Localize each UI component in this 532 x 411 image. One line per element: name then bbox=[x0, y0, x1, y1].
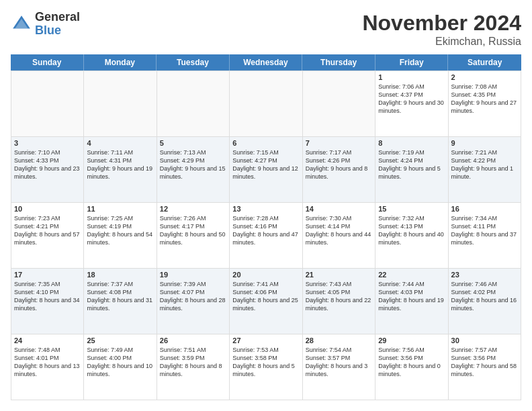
day-info: Sunrise: 7:30 AMSunset: 4:14 PMDaylight:… bbox=[306, 214, 372, 247]
day-cell-19: 19Sunrise: 7:39 AMSunset: 4:07 PMDayligh… bbox=[157, 269, 230, 334]
day-info: Sunrise: 7:17 AMSunset: 4:26 PMDaylight:… bbox=[306, 148, 372, 181]
day-info: Sunrise: 7:37 AMSunset: 4:08 PMDaylight:… bbox=[87, 280, 153, 313]
day-number: 27 bbox=[232, 336, 299, 345]
day-number: 1 bbox=[378, 73, 445, 81]
day-info: Sunrise: 7:41 AMSunset: 4:06 PMDaylight:… bbox=[232, 280, 299, 313]
day-cell-10: 10Sunrise: 7:23 AMSunset: 4:21 PMDayligh… bbox=[11, 203, 84, 269]
day-info: Sunrise: 7:06 AMSunset: 4:37 PMDaylight:… bbox=[378, 83, 445, 116]
day-cell-17: 17Sunrise: 7:35 AMSunset: 4:10 PMDayligh… bbox=[11, 269, 84, 334]
weekday-header-tuesday: Tuesday bbox=[157, 54, 230, 71]
day-cell-25: 25Sunrise: 7:49 AMSunset: 4:00 PMDayligh… bbox=[84, 334, 157, 400]
day-number: 6 bbox=[232, 139, 299, 147]
day-cell-28: 28Sunrise: 7:54 AMSunset: 3:57 PMDayligh… bbox=[303, 334, 375, 400]
logo-blue-text: Blue bbox=[35, 24, 80, 38]
title-block: November 2024 Ekimchan, Russia bbox=[362, 11, 521, 48]
day-number: 29 bbox=[378, 336, 445, 345]
weekday-header-thursday: Thursday bbox=[302, 54, 375, 71]
day-number: 13 bbox=[232, 205, 299, 213]
weekday-header-sunday: Sunday bbox=[11, 54, 84, 71]
day-cell-26: 26Sunrise: 7:51 AMSunset: 3:59 PMDayligh… bbox=[157, 334, 230, 400]
calendar-header: SundayMondayTuesdayWednesdayThursdayFrid… bbox=[11, 54, 521, 71]
day-cell-5: 5Sunrise: 7:13 AMSunset: 4:29 PMDaylight… bbox=[157, 137, 230, 203]
day-number: 2 bbox=[451, 73, 518, 81]
calendar: SundayMondayTuesdayWednesdayThursdayFrid… bbox=[11, 54, 521, 400]
day-number: 14 bbox=[306, 205, 372, 213]
day-cell-15: 15Sunrise: 7:32 AMSunset: 4:13 PMDayligh… bbox=[375, 203, 448, 269]
day-info: Sunrise: 7:25 AMSunset: 4:19 PMDaylight:… bbox=[87, 214, 153, 247]
day-number: 12 bbox=[160, 205, 226, 213]
day-number: 30 bbox=[451, 336, 518, 345]
day-info: Sunrise: 7:51 AMSunset: 3:59 PMDaylight:… bbox=[160, 346, 226, 379]
empty-cell bbox=[157, 71, 230, 137]
day-info: Sunrise: 7:32 AMSunset: 4:13 PMDaylight:… bbox=[378, 214, 445, 247]
day-info: Sunrise: 7:34 AMSunset: 4:11 PMDaylight:… bbox=[451, 214, 518, 247]
weekday-header-wednesday: Wednesday bbox=[230, 54, 303, 71]
day-cell-24: 24Sunrise: 7:48 AMSunset: 4:01 PMDayligh… bbox=[11, 334, 84, 400]
day-info: Sunrise: 7:28 AMSunset: 4:16 PMDaylight:… bbox=[232, 214, 299, 247]
month-title: November 2024 bbox=[362, 11, 521, 36]
day-info: Sunrise: 7:21 AMSunset: 4:22 PMDaylight:… bbox=[451, 148, 518, 181]
day-cell-22: 22Sunrise: 7:44 AMSunset: 4:03 PMDayligh… bbox=[375, 269, 448, 334]
day-cell-14: 14Sunrise: 7:30 AMSunset: 4:14 PMDayligh… bbox=[303, 203, 375, 269]
day-number: 22 bbox=[378, 271, 445, 279]
day-info: Sunrise: 7:46 AMSunset: 4:02 PMDaylight:… bbox=[451, 280, 518, 313]
header: General Blue November 2024 Ekimchan, Rus… bbox=[11, 11, 521, 48]
day-number: 8 bbox=[378, 139, 445, 147]
day-cell-29: 29Sunrise: 7:56 AMSunset: 3:56 PMDayligh… bbox=[375, 334, 448, 400]
day-number: 3 bbox=[14, 139, 81, 147]
day-number: 17 bbox=[14, 271, 81, 279]
day-info: Sunrise: 7:15 AMSunset: 4:27 PMDaylight:… bbox=[232, 148, 299, 181]
day-number: 15 bbox=[378, 205, 445, 213]
day-number: 4 bbox=[87, 139, 153, 147]
day-info: Sunrise: 7:23 AMSunset: 4:21 PMDaylight:… bbox=[14, 214, 81, 247]
day-info: Sunrise: 7:57 AMSunset: 3:56 PMDaylight:… bbox=[451, 346, 518, 379]
day-info: Sunrise: 7:49 AMSunset: 4:00 PMDaylight:… bbox=[87, 346, 153, 379]
day-cell-3: 3Sunrise: 7:10 AMSunset: 4:33 PMDaylight… bbox=[11, 137, 84, 203]
day-cell-2: 2Sunrise: 7:08 AMSunset: 4:35 PMDaylight… bbox=[449, 71, 521, 137]
day-cell-18: 18Sunrise: 7:37 AMSunset: 4:08 PMDayligh… bbox=[84, 269, 157, 334]
day-cell-13: 13Sunrise: 7:28 AMSunset: 4:16 PMDayligh… bbox=[230, 203, 302, 269]
location: Ekimchan, Russia bbox=[362, 36, 521, 48]
day-info: Sunrise: 7:43 AMSunset: 4:05 PMDaylight:… bbox=[306, 280, 372, 313]
day-info: Sunrise: 7:08 AMSunset: 4:35 PMDaylight:… bbox=[451, 83, 518, 116]
day-cell-27: 27Sunrise: 7:53 AMSunset: 3:58 PMDayligh… bbox=[230, 334, 302, 400]
day-number: 26 bbox=[160, 336, 226, 345]
logo-general-text: General bbox=[35, 11, 80, 24]
day-info: Sunrise: 7:44 AMSunset: 4:03 PMDaylight:… bbox=[378, 280, 445, 313]
day-number: 21 bbox=[306, 271, 372, 279]
day-cell-21: 21Sunrise: 7:43 AMSunset: 4:05 PMDayligh… bbox=[303, 269, 375, 334]
day-cell-20: 20Sunrise: 7:41 AMSunset: 4:06 PMDayligh… bbox=[230, 269, 302, 334]
day-info: Sunrise: 7:39 AMSunset: 4:07 PMDaylight:… bbox=[160, 280, 226, 313]
day-number: 5 bbox=[160, 139, 226, 147]
day-info: Sunrise: 7:26 AMSunset: 4:17 PMDaylight:… bbox=[160, 214, 226, 247]
day-info: Sunrise: 7:11 AMSunset: 4:31 PMDaylight:… bbox=[87, 148, 153, 181]
page: General Blue November 2024 Ekimchan, Rus… bbox=[0, 0, 532, 411]
logo-text: General Blue bbox=[35, 11, 80, 38]
weekday-header-saturday: Saturday bbox=[448, 54, 521, 71]
day-cell-11: 11Sunrise: 7:25 AMSunset: 4:19 PMDayligh… bbox=[84, 203, 157, 269]
day-cell-23: 23Sunrise: 7:46 AMSunset: 4:02 PMDayligh… bbox=[449, 269, 521, 334]
day-number: 24 bbox=[14, 336, 81, 345]
day-number: 16 bbox=[451, 205, 518, 213]
day-number: 19 bbox=[160, 271, 226, 279]
empty-cell bbox=[230, 71, 302, 137]
weekday-header-monday: Monday bbox=[84, 54, 157, 71]
day-number: 11 bbox=[87, 205, 153, 213]
day-number: 18 bbox=[87, 271, 153, 279]
day-number: 20 bbox=[232, 271, 299, 279]
day-cell-16: 16Sunrise: 7:34 AMSunset: 4:11 PMDayligh… bbox=[449, 203, 521, 269]
day-number: 28 bbox=[306, 336, 372, 345]
day-cell-9: 9Sunrise: 7:21 AMSunset: 4:22 PMDaylight… bbox=[449, 137, 521, 203]
day-number: 7 bbox=[306, 139, 372, 147]
day-cell-6: 6Sunrise: 7:15 AMSunset: 4:27 PMDaylight… bbox=[230, 137, 302, 203]
day-info: Sunrise: 7:13 AMSunset: 4:29 PMDaylight:… bbox=[160, 148, 226, 181]
logo: General Blue bbox=[11, 11, 80, 38]
day-number: 10 bbox=[14, 205, 81, 213]
calendar-body: 1Sunrise: 7:06 AMSunset: 4:37 PMDaylight… bbox=[11, 71, 521, 400]
day-info: Sunrise: 7:53 AMSunset: 3:58 PMDaylight:… bbox=[232, 346, 299, 379]
day-cell-8: 8Sunrise: 7:19 AMSunset: 4:24 PMDaylight… bbox=[375, 137, 448, 203]
day-number: 23 bbox=[451, 271, 518, 279]
logo-icon bbox=[11, 13, 32, 35]
empty-cell bbox=[84, 71, 157, 137]
day-cell-1: 1Sunrise: 7:06 AMSunset: 4:37 PMDaylight… bbox=[375, 71, 448, 137]
